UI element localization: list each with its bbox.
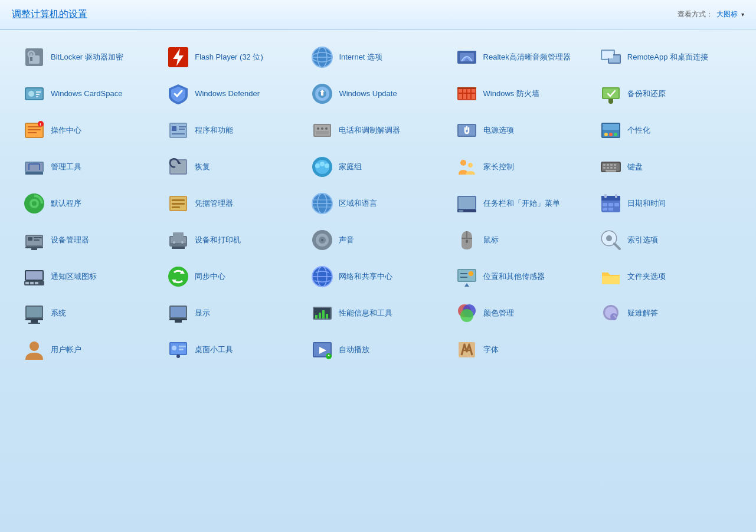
winfirewall-icon <box>455 82 479 106</box>
item-label-useraccount: 用户帐户 <box>51 345 81 355</box>
svg-rect-154 <box>459 270 475 281</box>
svg-rect-44 <box>172 126 176 131</box>
svg-rect-82 <box>607 164 609 166</box>
item-label-internet: Internet 选项 <box>339 52 382 63</box>
svg-rect-109 <box>601 196 620 201</box>
control-panel-item-recovery[interactable]: 恢复 <box>162 152 306 182</box>
svg-rect-37 <box>28 126 41 127</box>
control-panel-item-actioncenter[interactable]: !操作中心 <box>18 115 162 146</box>
control-panel-item-defender[interactable]: Windows Defender <box>162 78 306 109</box>
synccenter-icon <box>166 265 190 288</box>
item-label-personalize: 个性化 <box>627 126 650 136</box>
svg-rect-166 <box>169 318 187 320</box>
control-panel-item-backup[interactable]: 备份和还原 <box>594 78 738 109</box>
control-panel-item-admintools[interactable]: 管理工具 <box>18 152 162 182</box>
control-panel-item-display[interactable]: 显示 <box>162 298 306 329</box>
control-panel-item-personalize[interactable]: 个性化 <box>594 115 738 146</box>
svg-rect-30 <box>457 87 476 89</box>
control-panel-item-sound[interactable]: 声音 <box>306 225 450 255</box>
svg-rect-184 <box>172 346 176 350</box>
control-panel-item-phone[interactable]: 电话和调制解调器 <box>306 115 450 146</box>
item-label-bitlocker: BitLocker 驱动器加密 <box>51 52 123 63</box>
svg-rect-122 <box>25 247 43 248</box>
region-icon <box>310 192 334 215</box>
control-panel-item-remoteapp[interactable]: RemoteApp 和桌面连接 <box>594 42 738 73</box>
svg-rect-39 <box>28 132 37 133</box>
svg-point-51 <box>317 127 319 130</box>
control-panel-item-datetime[interactable]: 日期和时间 <box>594 188 738 219</box>
svg-point-62 <box>614 133 617 136</box>
control-panel-item-taskbar[interactable]: 任务栏和「开始」菜单 <box>450 188 594 219</box>
gadgets-icon <box>166 338 190 362</box>
control-panel-item-internet[interactable]: Internet 选项 <box>306 42 450 73</box>
control-panel-item-homegroup[interactable]: 家庭组 <box>306 152 450 182</box>
item-label-folderoptions: 文件夹选项 <box>627 272 666 282</box>
control-panel-item-useraccount[interactable]: 用户帐户 <box>18 334 162 365</box>
control-panel-item-windowsupdate[interactable]: Windows Update <box>306 78 450 109</box>
actioncenter-icon: ! <box>22 119 46 142</box>
control-panel-item-programs[interactable]: 程序和功能 <box>162 115 306 146</box>
item-label-performance: 性能信息和工具 <box>339 308 392 318</box>
chevron-down-icon[interactable]: ▾ <box>741 11 744 18</box>
item-label-network: 网络和共享中心 <box>339 272 392 282</box>
sound-icon <box>310 228 334 252</box>
control-panel-item-keyboard[interactable]: 键盘 <box>594 152 738 182</box>
control-panel-item-colormanage[interactable]: 颜色管理 <box>450 298 594 329</box>
item-label-winfirewall: Windows 防火墙 <box>483 89 539 99</box>
view-options: 查看方式： 大图标 ▾ <box>678 9 744 19</box>
item-label-recovery: 恢复 <box>195 162 210 172</box>
svg-rect-59 <box>603 124 619 130</box>
svg-line-138 <box>614 244 620 249</box>
control-panel-item-bitlocker[interactable]: BitLocker 驱动器加密 <box>18 42 162 73</box>
svg-rect-161 <box>25 318 43 320</box>
control-panel-item-system[interactable]: 系统 <box>18 298 162 329</box>
control-panel-item-region[interactable]: 区域和语言 <box>306 188 450 219</box>
notifyicons-icon <box>22 265 46 288</box>
item-label-backup: 备份和还原 <box>627 89 666 99</box>
cardspace-icon <box>22 82 46 106</box>
svg-point-52 <box>321 127 323 130</box>
phone-icon <box>310 119 334 142</box>
svg-rect-89 <box>606 170 616 172</box>
control-panel-item-parental[interactable]: 家长控制 <box>450 152 594 182</box>
control-panel-item-troubleshoot[interactable]: 疑难解答 <box>594 298 738 329</box>
svg-rect-38 <box>28 129 41 130</box>
control-panel-item-performance[interactable]: 性能信息和工具 <box>306 298 450 329</box>
control-panel-item-devicesprint[interactable]: 设备和打印机 <box>162 225 306 255</box>
control-panel-item-location[interactable]: 位置和其他传感器 <box>450 261 594 292</box>
control-panel-item-folderoptions[interactable]: 文件夹选项 <box>594 261 738 292</box>
control-panel-item-cardspace[interactable]: Windows CardSpace <box>18 78 162 109</box>
item-label-display: 显示 <box>195 308 210 318</box>
page-title[interactable]: 调整计算机的设置 <box>12 8 87 21</box>
control-panel-item-realtek[interactable]: Realtek高清晰音频管理器 <box>450 42 594 73</box>
control-panel-item-indexing[interactable]: 索引选项 <box>594 225 738 255</box>
svg-rect-123 <box>31 248 37 250</box>
control-panel-item-fonts[interactable]: 字体 <box>450 334 594 365</box>
control-panel-item-notifyicons[interactable]: 通知区域图标 <box>18 261 162 292</box>
control-panel-item-gadgets[interactable]: 桌面小工具 <box>162 334 306 365</box>
item-label-autoplay: 自动播放 <box>339 345 369 355</box>
svg-point-187 <box>176 354 180 358</box>
taskbar-icon <box>455 192 479 215</box>
control-panel-item-defaultprograms[interactable]: 默认程序 <box>18 188 162 219</box>
control-panel-item-synccenter[interactable]: 同步中心 <box>162 261 306 292</box>
control-panel-item-winfirewall[interactable]: Windows 防火墙 <box>450 78 594 109</box>
admintools-icon <box>22 155 46 179</box>
performance-icon <box>310 301 334 325</box>
control-panel-item-credentials[interactable]: 凭据管理器 <box>162 188 306 219</box>
svg-rect-171 <box>319 313 321 318</box>
view-current[interactable]: 大图标 <box>716 9 738 19</box>
svg-rect-88 <box>614 167 616 169</box>
svg-rect-96 <box>172 203 185 205</box>
control-panel-item-network[interactable]: 网络和共享中心 <box>306 261 450 292</box>
control-panel-item-mouse[interactable]: 鼠标 <box>450 225 594 255</box>
control-panel-item-autoplay[interactable]: 自动播放 <box>306 334 450 365</box>
item-label-devicesprint: 设备和打印机 <box>195 235 241 245</box>
control-panel-item-flash[interactable]: Flash Player (32 位) <box>162 42 306 73</box>
svg-rect-114 <box>614 203 619 206</box>
control-panel-item-devicemanager[interactable]: 设备管理器 <box>18 225 162 255</box>
control-panel-item-power[interactable]: 电源选项 <box>450 115 594 146</box>
item-label-flash: Flash Player (32 位) <box>195 52 263 63</box>
svg-point-133 <box>321 239 323 241</box>
svg-rect-162 <box>31 320 38 323</box>
